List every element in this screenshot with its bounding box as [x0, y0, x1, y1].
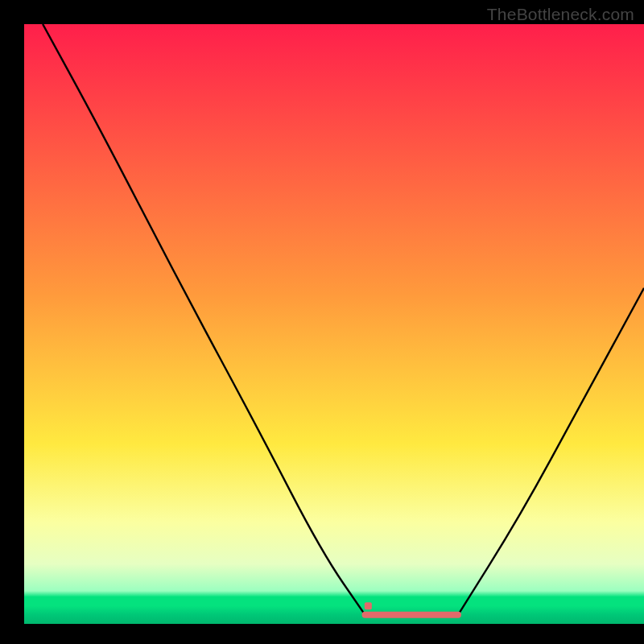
- frame-left: [0, 0, 24, 644]
- chart-svg: [24, 24, 644, 624]
- bottleneck-chart: [24, 24, 644, 624]
- watermark-label: TheBottleneck.com: [487, 5, 634, 24]
- chart-background: [24, 24, 644, 624]
- frame-bottom: [0, 624, 644, 644]
- marker-icon: [365, 602, 372, 609]
